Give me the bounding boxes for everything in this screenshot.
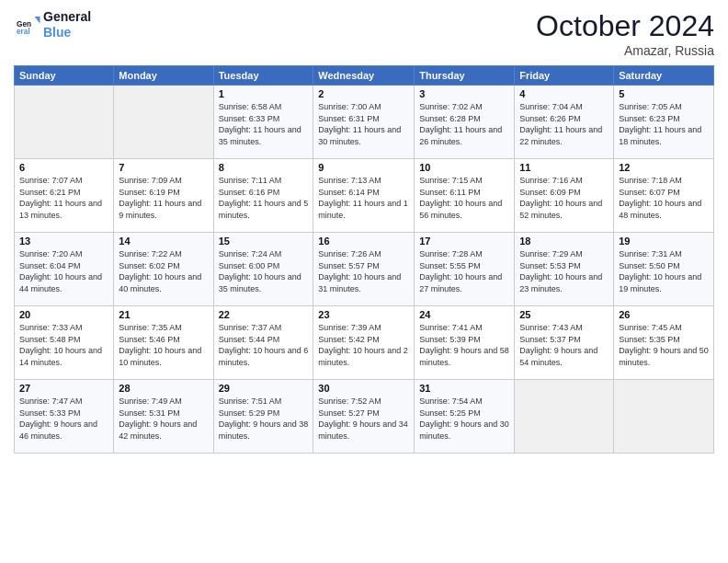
day-info: Sunrise: 7:54 AM Sunset: 5:25 PM Dayligh…: [419, 396, 509, 442]
day-info: Sunrise: 7:39 AM Sunset: 5:42 PM Dayligh…: [318, 322, 409, 368]
calendar-cell: 25Sunrise: 7:43 AM Sunset: 5:37 PM Dayli…: [515, 306, 614, 380]
day-info: Sunrise: 7:35 AM Sunset: 5:46 PM Dayligh…: [119, 322, 208, 368]
day-number: 18: [519, 236, 609, 247]
day-number: 6: [19, 162, 108, 173]
day-info: Sunrise: 7:28 AM Sunset: 5:55 PM Dayligh…: [419, 248, 509, 294]
location-title: Amazar, Russia: [536, 43, 714, 58]
day-number: 7: [119, 162, 208, 173]
calendar-cell: [614, 380, 714, 454]
day-number: 13: [19, 236, 108, 247]
day-number: 9: [318, 162, 409, 173]
logo-icon: Gen eral: [14, 11, 41, 39]
calendar-cell: 22Sunrise: 7:37 AM Sunset: 5:44 PM Dayli…: [213, 306, 313, 380]
calendar-cell: 20Sunrise: 7:33 AM Sunset: 5:48 PM Dayli…: [15, 306, 114, 380]
day-info: Sunrise: 7:07 AM Sunset: 6:21 PM Dayligh…: [19, 175, 108, 221]
weekday-header-thursday: Thursday: [415, 66, 515, 86]
day-number: 28: [119, 383, 208, 394]
day-number: 5: [619, 88, 709, 99]
day-info: Sunrise: 7:18 AM Sunset: 6:07 PM Dayligh…: [619, 175, 709, 221]
day-info: Sunrise: 7:05 AM Sunset: 6:23 PM Dayligh…: [619, 101, 709, 147]
weekday-header-monday: Monday: [114, 66, 213, 86]
calendar-week-row: 27Sunrise: 7:47 AM Sunset: 5:33 PM Dayli…: [15, 380, 714, 454]
day-info: Sunrise: 7:26 AM Sunset: 5:57 PM Dayligh…: [318, 248, 409, 294]
day-number: 10: [419, 162, 509, 173]
calendar-cell: 21Sunrise: 7:35 AM Sunset: 5:46 PM Dayli…: [114, 306, 213, 380]
day-number: 30: [318, 383, 409, 394]
logo-line1: General: [43, 9, 91, 25]
day-info: Sunrise: 7:37 AM Sunset: 5:44 PM Dayligh…: [219, 322, 309, 368]
calendar-cell: 24Sunrise: 7:41 AM Sunset: 5:39 PM Dayli…: [415, 306, 515, 380]
day-number: 22: [219, 309, 309, 320]
logo-line2: Blue: [43, 25, 91, 40]
calendar-cell: 29Sunrise: 7:51 AM Sunset: 5:29 PM Dayli…: [213, 380, 313, 454]
day-info: Sunrise: 7:29 AM Sunset: 5:53 PM Dayligh…: [519, 248, 609, 294]
calendar-cell: 28Sunrise: 7:49 AM Sunset: 5:31 PM Dayli…: [114, 380, 213, 454]
calendar-cell: 30Sunrise: 7:52 AM Sunset: 5:27 PM Dayli…: [313, 380, 415, 454]
day-info: Sunrise: 7:33 AM Sunset: 5:48 PM Dayligh…: [19, 322, 108, 368]
calendar-cell: 18Sunrise: 7:29 AM Sunset: 5:53 PM Dayli…: [515, 233, 614, 306]
calendar-cell: 8Sunrise: 7:11 AM Sunset: 6:16 PM Daylig…: [213, 159, 313, 233]
calendar-cell: 19Sunrise: 7:31 AM Sunset: 5:50 PM Dayli…: [614, 233, 714, 306]
logo: Gen eral General Blue: [14, 9, 91, 40]
calendar-cell: [114, 86, 213, 159]
day-info: Sunrise: 7:45 AM Sunset: 5:35 PM Dayligh…: [619, 322, 709, 368]
calendar-cell: [15, 86, 114, 159]
header: Gen eral General Blue October 2024 Amaza…: [14, 9, 714, 58]
day-number: 3: [419, 88, 509, 99]
calendar-cell: 12Sunrise: 7:18 AM Sunset: 6:07 PM Dayli…: [614, 159, 714, 233]
day-info: Sunrise: 7:47 AM Sunset: 5:33 PM Dayligh…: [19, 396, 108, 442]
day-info: Sunrise: 7:11 AM Sunset: 6:16 PM Dayligh…: [219, 175, 309, 221]
day-info: Sunrise: 7:31 AM Sunset: 5:50 PM Dayligh…: [619, 248, 709, 294]
weekday-header-saturday: Saturday: [614, 66, 714, 86]
day-info: Sunrise: 7:52 AM Sunset: 5:27 PM Dayligh…: [318, 396, 409, 442]
calendar-page: Gen eral General Blue October 2024 Amaza…: [0, 0, 728, 563]
day-info: Sunrise: 6:58 AM Sunset: 6:33 PM Dayligh…: [219, 101, 309, 147]
calendar-cell: 27Sunrise: 7:47 AM Sunset: 5:33 PM Dayli…: [15, 380, 114, 454]
month-title: October 2024: [536, 9, 714, 43]
day-info: Sunrise: 7:24 AM Sunset: 6:00 PM Dayligh…: [219, 248, 309, 294]
calendar-cell: 31Sunrise: 7:54 AM Sunset: 5:25 PM Dayli…: [415, 380, 515, 454]
calendar-cell: 10Sunrise: 7:15 AM Sunset: 6:11 PM Dayli…: [415, 159, 515, 233]
weekday-header-row: SundayMondayTuesdayWednesdayThursdayFrid…: [15, 66, 714, 86]
day-info: Sunrise: 7:09 AM Sunset: 6:19 PM Dayligh…: [119, 175, 208, 221]
day-info: Sunrise: 7:15 AM Sunset: 6:11 PM Dayligh…: [419, 175, 509, 221]
calendar-cell: [515, 380, 614, 454]
day-number: 12: [619, 162, 709, 173]
calendar-cell: 23Sunrise: 7:39 AM Sunset: 5:42 PM Dayli…: [313, 306, 415, 380]
day-number: 26: [619, 309, 709, 320]
day-number: 4: [519, 88, 609, 99]
day-number: 2: [318, 88, 409, 99]
calendar-cell: 14Sunrise: 7:22 AM Sunset: 6:02 PM Dayli…: [114, 233, 213, 306]
weekday-header-friday: Friday: [515, 66, 614, 86]
weekday-header-sunday: Sunday: [15, 66, 114, 86]
calendar-cell: 3Sunrise: 7:02 AM Sunset: 6:28 PM Daylig…: [415, 86, 515, 159]
calendar-cell: 9Sunrise: 7:13 AM Sunset: 6:14 PM Daylig…: [313, 159, 415, 233]
calendar-cell: 26Sunrise: 7:45 AM Sunset: 5:35 PM Dayli…: [614, 306, 714, 380]
calendar-cell: 7Sunrise: 7:09 AM Sunset: 6:19 PM Daylig…: [114, 159, 213, 233]
day-info: Sunrise: 7:43 AM Sunset: 5:37 PM Dayligh…: [519, 322, 609, 368]
calendar-cell: 16Sunrise: 7:26 AM Sunset: 5:57 PM Dayli…: [313, 233, 415, 306]
calendar-cell: 13Sunrise: 7:20 AM Sunset: 6:04 PM Dayli…: [15, 233, 114, 306]
calendar-cell: 15Sunrise: 7:24 AM Sunset: 6:00 PM Dayli…: [213, 233, 313, 306]
calendar-cell: 1Sunrise: 6:58 AM Sunset: 6:33 PM Daylig…: [213, 86, 313, 159]
title-block: October 2024 Amazar, Russia: [536, 9, 714, 58]
day-info: Sunrise: 7:20 AM Sunset: 6:04 PM Dayligh…: [19, 248, 108, 294]
calendar-cell: 5Sunrise: 7:05 AM Sunset: 6:23 PM Daylig…: [614, 86, 714, 159]
day-info: Sunrise: 7:00 AM Sunset: 6:31 PM Dayligh…: [318, 101, 409, 147]
day-info: Sunrise: 7:13 AM Sunset: 6:14 PM Dayligh…: [318, 175, 409, 221]
calendar-cell: 4Sunrise: 7:04 AM Sunset: 6:26 PM Daylig…: [515, 86, 614, 159]
svg-text:eral: eral: [17, 28, 30, 36]
day-number: 21: [119, 309, 208, 320]
day-info: Sunrise: 7:22 AM Sunset: 6:02 PM Dayligh…: [119, 248, 208, 294]
day-number: 15: [219, 236, 309, 247]
day-number: 23: [318, 309, 409, 320]
day-number: 8: [219, 162, 309, 173]
day-info: Sunrise: 7:51 AM Sunset: 5:29 PM Dayligh…: [219, 396, 309, 442]
calendar-week-row: 13Sunrise: 7:20 AM Sunset: 6:04 PM Dayli…: [15, 233, 714, 306]
day-info: Sunrise: 7:16 AM Sunset: 6:09 PM Dayligh…: [519, 175, 609, 221]
day-info: Sunrise: 7:49 AM Sunset: 5:31 PM Dayligh…: [119, 396, 208, 442]
calendar-cell: 17Sunrise: 7:28 AM Sunset: 5:55 PM Dayli…: [415, 233, 515, 306]
day-number: 25: [519, 309, 609, 320]
calendar-week-row: 6Sunrise: 7:07 AM Sunset: 6:21 PM Daylig…: [15, 159, 714, 233]
day-number: 19: [619, 236, 709, 247]
